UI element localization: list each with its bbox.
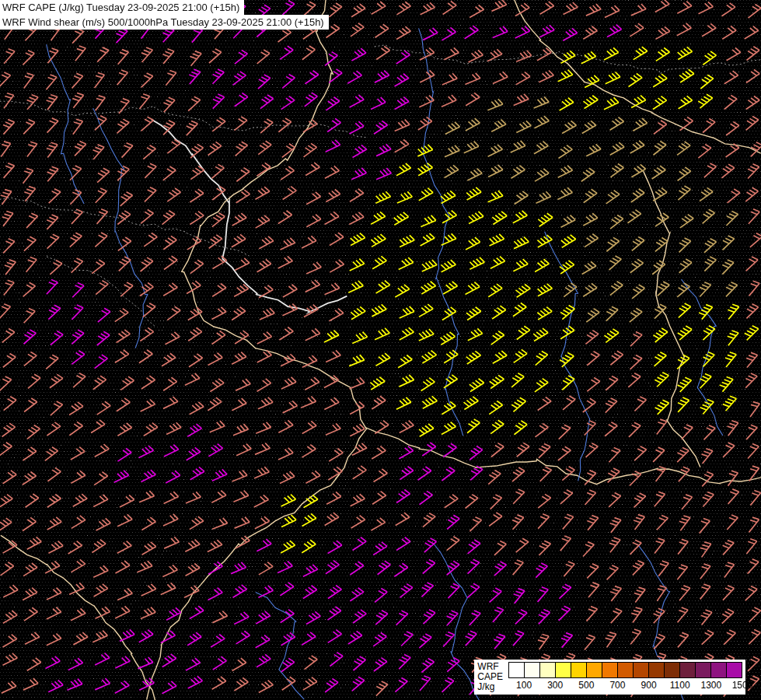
map-titles: WRF CAPE (J/kg) Tuesday 23-09-2025 21:00… (0, 0, 329, 30)
legend-color-cell (602, 663, 617, 677)
legend-color-cell (540, 663, 555, 677)
legend: WRF CAPE J/kg 10030050070090011001300150… (474, 660, 745, 695)
legend-color-cell (556, 663, 571, 677)
legend-color-cell (711, 663, 726, 677)
legend-tick-label: 1500 (732, 680, 753, 691)
legend-tick-label: 1300 (701, 680, 722, 691)
legend-colorbar (508, 662, 742, 678)
legend-color-cell (525, 663, 539, 677)
legend-unit-label: J/kg (477, 682, 503, 692)
legend-color-cell (587, 663, 602, 677)
legend-tick-label: 300 (547, 680, 563, 691)
legend-tick-label: 500 (578, 680, 594, 691)
map-canvas (0, 0, 761, 700)
legend-color-cell (696, 663, 710, 677)
legend-tick-label: 1100 (670, 680, 690, 691)
legend-ticks: 100300500700900110013001500 (508, 678, 742, 690)
legend-tick-label: 900 (641, 680, 657, 691)
legend-color-cell (618, 663, 633, 677)
legend-color-cell (509, 663, 524, 677)
legend-scale: 100300500700900110013001500 (508, 662, 742, 690)
map-title-cape: WRF CAPE (J/kg) Tuesday 23-09-2025 21:00… (0, 0, 244, 15)
legend-label: WRF CAPE J/kg (477, 662, 503, 692)
map-title-shear: WRF Wind shear (m/s) 500/1000hPa Tuesday… (0, 15, 329, 30)
legend-color-cell (571, 663, 586, 677)
legend-color-cell (727, 663, 742, 677)
legend-color-cell (665, 663, 679, 677)
legend-color-cell (634, 663, 648, 677)
legend-color-cell (649, 663, 664, 677)
legend-color-cell (680, 663, 695, 677)
legend-tick-label: 700 (609, 680, 625, 691)
legend-tick-label: 100 (516, 680, 532, 691)
weather-map: WRF CAPE (J/kg) Tuesday 23-09-2025 21:00… (0, 0, 761, 700)
